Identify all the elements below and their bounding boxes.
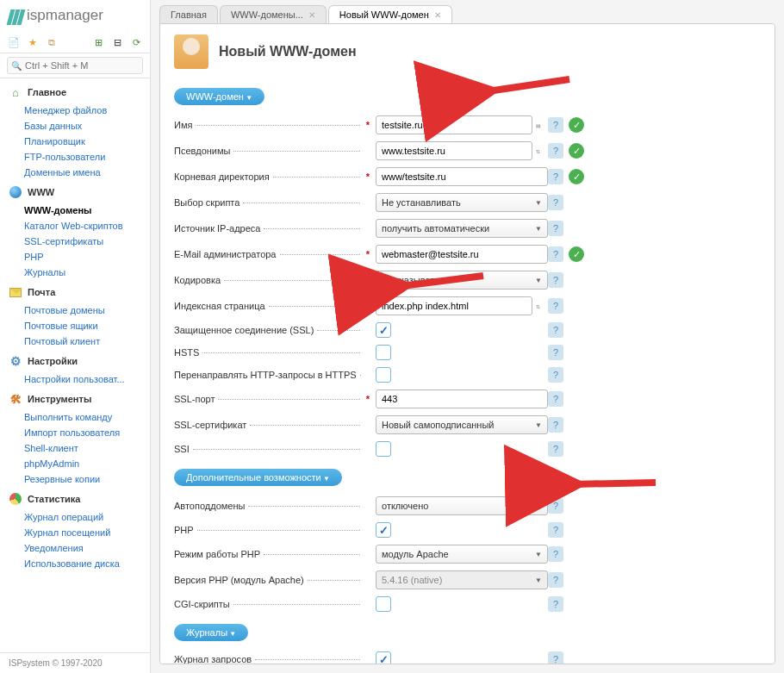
sidebar: ispmanager 📄 ★ ⧉ ⊞ ⊟ ⟳ 🔍 ⌂ГлавноеМенедже… xyxy=(0,0,151,673)
close-icon[interactable]: ✕ xyxy=(308,10,315,20)
nav-item[interactable]: Каталог Web-скриптов xyxy=(0,218,150,234)
select-script[interactable]: Не устанавливать▼ xyxy=(376,193,548,212)
label-hredir: Перенаправлять HTTP-запросы в HTTPS xyxy=(174,370,357,380)
nav-item[interactable]: phpMyAdmin xyxy=(0,456,150,471)
nav-item[interactable]: Почтовые ящики xyxy=(0,318,150,333)
help-icon[interactable]: ? xyxy=(548,221,563,236)
select-sslcert[interactable]: Новый самоподписанный▼ xyxy=(376,415,548,434)
nav-item[interactable]: Выполнить команду xyxy=(0,409,150,425)
nav-section-header[interactable]: ⌂Главное xyxy=(0,82,150,103)
section-www-domain[interactable]: WWW-домен xyxy=(174,88,264,105)
tab[interactable]: Новый WWW-домен✕ xyxy=(328,5,452,23)
svg-line-0 xyxy=(488,79,569,91)
checkbox-hredir[interactable] xyxy=(376,367,391,383)
nav-section-header[interactable]: Почта xyxy=(0,282,150,302)
help-icon[interactable]: ? xyxy=(548,169,563,184)
nav-item[interactable]: FTP-пользователи xyxy=(0,149,150,165)
expand-icon[interactable]: ⊞ xyxy=(91,35,105,49)
nav-section-header[interactable]: 🛠Инструменты xyxy=(0,389,150,409)
label-name: Имя xyxy=(174,120,192,130)
nav-item[interactable]: Резервные копии xyxy=(0,471,150,487)
help-icon[interactable]: ? xyxy=(548,441,563,457)
help-icon[interactable]: ? xyxy=(548,546,563,562)
checkbox-php[interactable] xyxy=(376,522,391,538)
help-icon[interactable]: ? xyxy=(548,195,563,210)
help-icon[interactable]: ? xyxy=(548,143,563,159)
help-icon[interactable]: ? xyxy=(548,117,563,133)
checkbox-hsts[interactable] xyxy=(376,345,391,360)
nav-item[interactable]: Настройки пользоват... xyxy=(0,371,150,387)
help-icon[interactable]: ? xyxy=(548,246,563,262)
nav-item[interactable]: Почтовый клиент xyxy=(0,333,150,349)
nav-item[interactable]: Уведомления xyxy=(0,540,150,556)
label-php: PHP xyxy=(174,525,194,535)
copy-icon[interactable]: ⧉ xyxy=(45,35,59,49)
help-icon[interactable]: ? xyxy=(548,345,563,360)
help-icon[interactable]: ? xyxy=(548,417,563,433)
star-icon[interactable]: ★ xyxy=(26,35,40,49)
tab[interactable]: Главная xyxy=(159,5,218,23)
gear-icon: ⚙ xyxy=(9,354,22,368)
help-icon[interactable]: ? xyxy=(548,651,563,664)
nav-item[interactable]: Доменные имена xyxy=(0,165,150,180)
refresh-icon[interactable]: ⟳ xyxy=(129,35,143,49)
required-icon: * xyxy=(364,249,372,259)
help-icon[interactable]: ? xyxy=(548,391,563,407)
doc-icon[interactable]: 📄 xyxy=(7,35,21,49)
nav-item[interactable]: Shell-клиент xyxy=(0,440,150,456)
input-root[interactable] xyxy=(376,167,548,186)
help-icon[interactable]: ? xyxy=(548,572,563,588)
nav-item[interactable]: Журнал посещений xyxy=(0,525,150,540)
select-encoding[interactable]: не указывать▼ xyxy=(376,271,548,290)
label-email: E-Mail администратора xyxy=(174,249,277,259)
nav-section-header[interactable]: WWW xyxy=(0,182,150,203)
label-hsts: HSTS xyxy=(174,347,199,358)
input-alias[interactable] xyxy=(376,141,532,160)
checkbox-reqlog[interactable] xyxy=(376,651,391,664)
nav-item[interactable]: Использование диска xyxy=(0,556,150,571)
nav-item[interactable]: WWW-домены xyxy=(0,203,150,218)
nav-item[interactable]: Менеджер файлов xyxy=(0,103,150,118)
input-index[interactable] xyxy=(376,296,532,315)
help-icon[interactable]: ? xyxy=(548,298,563,314)
updown-icon[interactable]: ⇅ xyxy=(536,303,548,309)
search-input[interactable] xyxy=(7,57,143,74)
section-logs[interactable]: Журналы xyxy=(174,624,248,641)
checkbox-ssl[interactable] xyxy=(376,322,391,338)
pie-icon xyxy=(9,492,22,506)
nav-section-header[interactable]: Статистика xyxy=(0,489,150,509)
required-icon: * xyxy=(364,394,372,404)
tab-bar: ГлавнаяWWW-домены...✕Новый WWW-домен✕ xyxy=(151,0,784,23)
help-icon[interactable]: ? xyxy=(548,522,563,538)
checkbox-ssi[interactable] xyxy=(376,441,391,457)
svg-line-2 xyxy=(574,483,656,484)
nav-item[interactable]: Импорт пользователя xyxy=(0,425,150,440)
input-suggest-icon[interactable]: ▤ xyxy=(536,122,548,128)
help-icon[interactable]: ? xyxy=(548,498,563,514)
nav-item[interactable]: Журналы xyxy=(0,265,150,280)
input-name[interactable] xyxy=(376,115,532,134)
help-icon[interactable]: ? xyxy=(548,272,563,288)
nav-item[interactable]: Журнал операций xyxy=(0,509,150,525)
section-extra[interactable]: Дополнительные возможности xyxy=(174,469,342,486)
nav-section-header[interactable]: ⚙Настройки xyxy=(0,351,150,371)
nav-item[interactable]: Почтовые домены xyxy=(0,302,150,318)
select-phpmode[interactable]: модуль Apache▼ xyxy=(376,545,548,564)
select-autosub[interactable]: отключено▼ xyxy=(376,496,548,515)
collapse-icon[interactable]: ⊟ xyxy=(110,35,124,49)
help-icon[interactable]: ? xyxy=(548,367,563,383)
footer-text: ISPsystem © 1997-2020 xyxy=(0,652,150,673)
tab[interactable]: WWW-домены...✕ xyxy=(220,5,327,23)
nav-item[interactable]: Базы данных xyxy=(0,118,150,134)
nav-item[interactable]: Планировщик xyxy=(0,134,150,149)
nav-item[interactable]: SSL-сертификаты xyxy=(0,234,150,249)
input-email[interactable] xyxy=(376,245,548,264)
nav-item[interactable]: PHP xyxy=(0,249,150,265)
input-sslport[interactable] xyxy=(376,389,548,408)
updown-icon[interactable]: ⇅ xyxy=(536,148,548,154)
help-icon[interactable]: ? xyxy=(548,596,563,612)
checkbox-cgi[interactable] xyxy=(376,596,391,612)
help-icon[interactable]: ? xyxy=(548,322,563,338)
select-ipsrc[interactable]: получить автоматически▼ xyxy=(376,219,548,238)
close-icon[interactable]: ✕ xyxy=(434,10,441,20)
